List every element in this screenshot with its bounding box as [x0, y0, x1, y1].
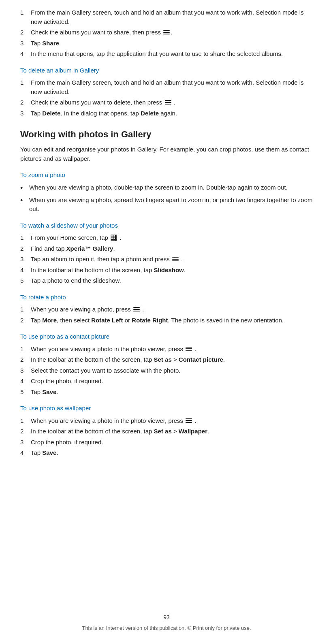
slideshow-steps: 1 From your Home screen, tap .	[20, 233, 313, 286]
step-number: 4	[20, 448, 28, 458]
list-item: 3 Tap an album to open it, then tap a ph…	[20, 255, 313, 264]
list-item: 1 When you are viewing a photo in the ph…	[20, 416, 313, 426]
bullet-text: When you are viewing a photo, double-tap…	[29, 183, 288, 193]
svg-rect-0	[111, 235, 113, 237]
intro-paragraph: You can edit and reorganise your photos …	[20, 145, 313, 163]
menu-icon	[186, 418, 192, 423]
list-item: 2 In the toolbar at the bottom of the sc…	[20, 355, 313, 365]
list-item: 2 Check the albums you want to delete, t…	[20, 98, 313, 107]
wallpaper-heading: To use photo as wallpaper	[20, 404, 313, 413]
svg-rect-3	[111, 237, 113, 239]
list-item: 2 Find and tap Xperia™ Gallery.	[20, 244, 313, 254]
working-with-photos-heading: Working with photos in Gallery	[20, 128, 313, 141]
step-number: 3	[20, 438, 28, 447]
contact-picture-steps: 1 When you are viewing a photo in the ph…	[20, 345, 313, 397]
step-text: Crop the photo, if required.	[31, 377, 103, 386]
zoom-photo-bullets: • When you are viewing a photo, double-t…	[20, 183, 313, 214]
step-text: From the main Gallery screen, touch and …	[31, 78, 313, 96]
step-text: From the main Gallery screen, touch and …	[31, 8, 313, 26]
step-number: 5	[20, 276, 28, 286]
list-item: 3 Crop the photo, if required.	[20, 438, 313, 447]
footer-note: This is an Internet version of this publ…	[0, 624, 333, 632]
step-text: When you are viewing a photo in the phot…	[31, 345, 196, 354]
bullet-icon: •	[20, 196, 28, 214]
step-number: 1	[20, 8, 28, 26]
menu-icon	[163, 30, 170, 35]
menu-icon	[172, 257, 179, 262]
step-text: From your Home screen, tap .	[31, 233, 121, 243]
step-number: 3	[20, 109, 28, 118]
step-number: 2	[20, 244, 28, 254]
svg-rect-2	[116, 235, 117, 237]
step-number: 4	[20, 377, 28, 386]
step-number: 2	[20, 316, 28, 325]
list-item: 1 From your Home screen, tap .	[20, 233, 313, 243]
list-item: 1 From the main Gallery screen, touch an…	[20, 8, 313, 26]
svg-rect-6	[111, 240, 113, 241]
list-item: 1 When you are viewing a photo in the ph…	[20, 345, 313, 354]
svg-rect-8	[116, 240, 117, 241]
step-text: Select the contact you want to associate…	[31, 366, 180, 375]
share-album-steps: 1 From the main Gallery screen, touch an…	[20, 8, 313, 59]
step-number: 1	[20, 233, 28, 243]
bullet-icon: •	[20, 183, 28, 193]
list-item: 4 In the toolbar at the bottom of the sc…	[20, 266, 313, 275]
list-item: 3 Tap Share.	[20, 39, 313, 48]
list-item: • When you are viewing a photo, double-t…	[20, 183, 313, 193]
list-item: 3 Select the contact you want to associa…	[20, 366, 313, 375]
page-footer: 93 This is an Internet version of this p…	[0, 613, 333, 632]
contact-picture-heading: To use photo as a contact picture	[20, 332, 313, 341]
list-item: 4 In the menu that opens, tap the applic…	[20, 49, 313, 59]
step-number: 3	[20, 366, 28, 375]
step-number: 3	[20, 255, 28, 264]
step-text: When you are viewing a photo, press .	[31, 305, 144, 314]
bullet-text: When you are viewing a photo, spread two…	[29, 196, 313, 214]
menu-icon	[165, 100, 171, 105]
zoom-photo-heading: To zoom a photo	[20, 171, 313, 180]
list-item: 5 Tap Save.	[20, 388, 313, 397]
list-item: 1 From the main Gallery screen, touch an…	[20, 78, 313, 96]
step-text: Tap Save.	[31, 448, 58, 458]
list-item: 1 When you are viewing a photo, press .	[20, 305, 313, 314]
list-item: 4 Tap Save.	[20, 448, 313, 458]
step-text: Tap Share.	[31, 39, 61, 48]
list-item: 3 Tap Delete. In the dialog that opens, …	[20, 109, 313, 118]
list-item: 2 Check the albums you want to share, th…	[20, 28, 313, 37]
step-number: 3	[20, 39, 28, 48]
step-text: Tap Save.	[31, 388, 58, 397]
step-number: 4	[20, 49, 28, 59]
step-number: 2	[20, 28, 28, 37]
step-text: Find and tap Xperia™ Gallery.	[31, 244, 115, 254]
svg-rect-7	[113, 240, 115, 241]
step-text: Check the albums you want to share, then…	[31, 28, 172, 37]
step-text: Tap Delete. In the dialog that opens, ta…	[31, 109, 177, 118]
step-text: Tap a photo to end the slideshow.	[31, 276, 121, 286]
list-item: 2 In the toolbar at the bottom of the sc…	[20, 427, 313, 436]
svg-rect-1	[113, 235, 115, 237]
step-number: 4	[20, 266, 28, 275]
rotate-photo-heading: To rotate a photo	[20, 293, 313, 302]
rotate-photo-steps: 1 When you are viewing a photo, press . …	[20, 305, 313, 325]
step-number: 2	[20, 98, 28, 107]
step-number: 1	[20, 78, 28, 96]
menu-icon	[186, 347, 192, 352]
list-item: 2 Tap More, then select Rotate Left or R…	[20, 316, 313, 325]
slideshow-heading: To watch a slideshow of your photos	[20, 221, 313, 230]
step-text: Tap More, then select Rotate Left or Rot…	[31, 316, 284, 325]
svg-rect-4	[113, 237, 115, 239]
step-number: 1	[20, 305, 28, 314]
delete-album-heading: To delete an album in Gallery	[20, 66, 313, 75]
step-text: Tap an album to open it, then tap a phot…	[31, 255, 183, 264]
list-item: • When you are viewing a photo, spread t…	[20, 196, 313, 214]
step-text: In the toolbar at the bottom of the scre…	[31, 355, 225, 365]
svg-rect-5	[116, 237, 117, 239]
step-text: When you are viewing a photo in the phot…	[31, 416, 196, 426]
menu-icon	[133, 307, 140, 312]
step-number: 2	[20, 355, 28, 365]
step-text: Check the albums you want to delete, the…	[31, 98, 175, 107]
step-number: 5	[20, 388, 28, 397]
step-number: 1	[20, 416, 28, 426]
page-number: 93	[0, 613, 333, 622]
step-text: In the toolbar at the bottom of the scre…	[31, 266, 186, 275]
step-text: In the menu that opens, tap the applicat…	[31, 49, 283, 59]
